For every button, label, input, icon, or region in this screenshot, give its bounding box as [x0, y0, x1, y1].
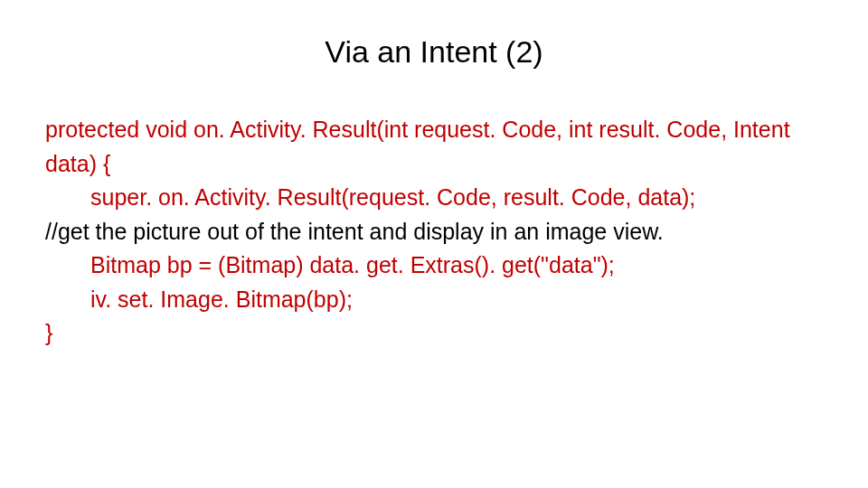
code-line-1: protected void on. Activity. Result(int …: [45, 113, 823, 181]
code-comment: //get the picture out of the intent and …: [45, 215, 823, 249]
code-line-5: iv. set. Image. Bitmap(bp);: [45, 283, 823, 317]
slide-title: Via an Intent (2): [45, 34, 823, 70]
code-line-6: }: [45, 316, 823, 351]
code-line-4: Bitmap bp = (Bitmap) data. get. Extras()…: [45, 249, 823, 283]
code-block: protected void on. Activity. Result(int …: [45, 113, 823, 351]
code-line-2: super. on. Activity. Result(request. Cod…: [45, 181, 823, 215]
